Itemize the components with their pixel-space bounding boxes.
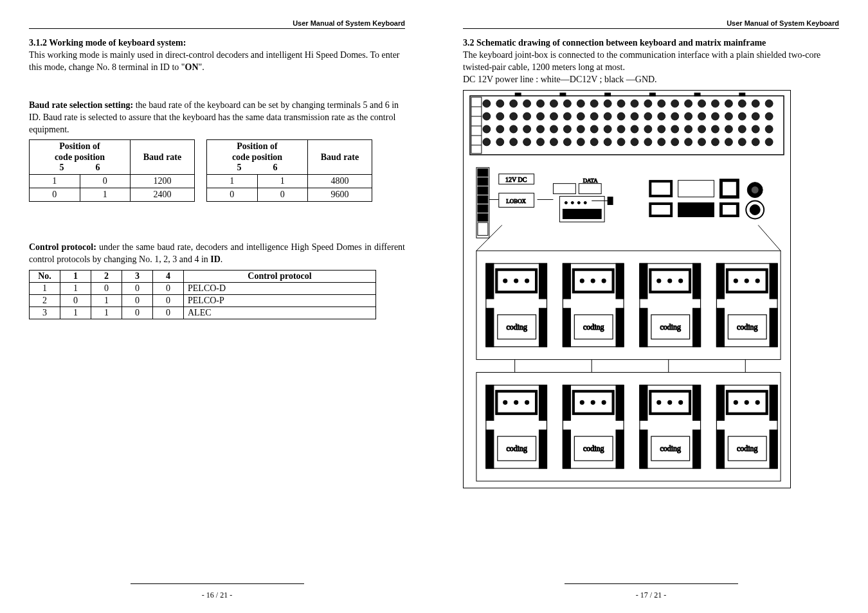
right-p2: DC 12V power line : white—DC12V ; black … — [463, 74, 839, 86]
svg-point-31 — [510, 112, 518, 120]
data-label: DATA — [583, 177, 599, 183]
table-row: 0 1 2400 — [30, 188, 195, 201]
svg-point-171 — [679, 279, 683, 283]
svg-rect-141 — [486, 263, 494, 299]
svg-point-62 — [631, 125, 638, 133]
svg-point-183 — [745, 279, 748, 283]
svg-text:coding: coding — [737, 444, 758, 453]
svg-point-87 — [671, 138, 679, 146]
svg-point-82 — [604, 138, 611, 146]
svg-rect-95 — [515, 93, 521, 96]
baud-table-a: Position of code position 56 Baud rate 1… — [29, 139, 195, 201]
svg-rect-233 — [770, 385, 777, 420]
section-312-body: This working mode is mainly used in dire… — [29, 49, 405, 74]
s1-text-end: ". — [199, 62, 204, 72]
svg-point-69 — [725, 125, 732, 133]
svg-point-43 — [671, 112, 679, 120]
svg-point-72 — [765, 125, 773, 133]
svg-point-22 — [685, 100, 692, 107]
svg-point-38 — [604, 112, 611, 120]
svg-rect-196 — [539, 385, 547, 420]
footer-text: - 17 / 21 - — [636, 591, 666, 600]
svg-point-85 — [644, 138, 652, 146]
pos-l2: code position — [232, 152, 282, 162]
svg-point-25 — [725, 100, 732, 107]
svg-point-68 — [711, 125, 719, 133]
svg-point-182 — [734, 279, 737, 283]
svg-point-86 — [658, 138, 665, 146]
pos-5: 5 — [44, 163, 80, 173]
svg-point-70 — [738, 125, 746, 133]
svg-point-93 — [752, 138, 759, 146]
protocol-intro: Control protocol: under the same baud ra… — [29, 242, 405, 266]
baud-a-head-pos: Position of code position 56 — [30, 140, 131, 174]
svg-point-36 — [577, 112, 584, 120]
footer-text: - 16 / 21 - — [202, 591, 232, 600]
pos-5: 5 — [221, 163, 257, 173]
table-row: 1 1 4800 — [207, 174, 372, 188]
svg-point-12 — [550, 100, 557, 107]
svg-rect-97 — [604, 93, 611, 96]
protocol-id: ID — [210, 254, 221, 264]
svg-rect-208 — [616, 385, 624, 420]
page-header-left: User Manual of System Keyboard — [29, 19, 405, 29]
svg-point-157 — [580, 279, 584, 283]
svg-point-52 — [496, 125, 504, 133]
table-row: 3 1 1 0 0 ALEC — [30, 306, 376, 319]
cell: 1 — [80, 188, 131, 201]
svg-point-236 — [734, 400, 737, 404]
cell: ALEC — [184, 306, 376, 319]
th: 2 — [91, 270, 122, 282]
svg-point-238 — [755, 400, 759, 404]
svg-point-75 — [510, 138, 518, 146]
svg-point-224 — [668, 400, 672, 404]
svg-point-19 — [644, 100, 652, 107]
cell: 3 — [30, 306, 60, 319]
cell: 1 — [60, 306, 91, 319]
svg-rect-111 — [553, 183, 575, 193]
svg-point-88 — [685, 138, 692, 146]
svg-point-15 — [590, 100, 598, 107]
svg-rect-100 — [739, 93, 745, 96]
svg-point-213 — [602, 400, 606, 404]
svg-rect-154 — [616, 263, 624, 299]
svg-rect-219 — [640, 385, 647, 420]
svg-point-32 — [523, 112, 531, 120]
baud-b-head-pos: Position of code position 56 — [207, 140, 308, 174]
svg-point-89 — [698, 138, 706, 146]
svg-point-46 — [711, 112, 719, 120]
svg-point-77 — [537, 138, 545, 146]
cell: 1 — [30, 282, 60, 294]
svg-point-115 — [571, 201, 574, 204]
svg-rect-104 — [478, 186, 488, 194]
th: 1 — [60, 270, 91, 282]
cell: 1 — [30, 174, 80, 188]
footer-left: - 16 / 21 - — [29, 581, 405, 600]
baud-a-head-rate: Baud rate — [131, 140, 195, 174]
svg-rect-227 — [693, 430, 701, 468]
svg-point-147 — [525, 279, 529, 283]
svg-point-30 — [496, 112, 504, 120]
svg-rect-178 — [716, 263, 724, 299]
svg-text:coding: coding — [506, 444, 527, 453]
svg-point-27 — [752, 100, 759, 107]
right-p1: The keyboard joint-box is connected to t… — [463, 49, 839, 74]
svg-rect-195 — [486, 385, 494, 420]
svg-point-34 — [550, 112, 557, 120]
svg-point-83 — [617, 138, 625, 146]
svg-text:coding: coding — [583, 444, 604, 453]
svg-rect-112 — [579, 183, 601, 193]
cell: 0 — [122, 306, 153, 319]
svg-point-41 — [644, 112, 652, 120]
svg-point-90 — [711, 138, 719, 146]
svg-text:coding: coding — [583, 322, 604, 331]
section-32-title: 3.2 Schematic drawing of connection betw… — [463, 38, 839, 48]
svg-rect-214 — [563, 430, 570, 468]
svg-point-59 — [590, 125, 598, 133]
cell: PELCO-P — [184, 294, 376, 306]
cell: 1200 — [131, 174, 195, 188]
svg-point-40 — [631, 112, 638, 120]
svg-rect-226 — [640, 430, 647, 468]
svg-point-211 — [580, 400, 584, 404]
th: No. — [30, 270, 60, 282]
